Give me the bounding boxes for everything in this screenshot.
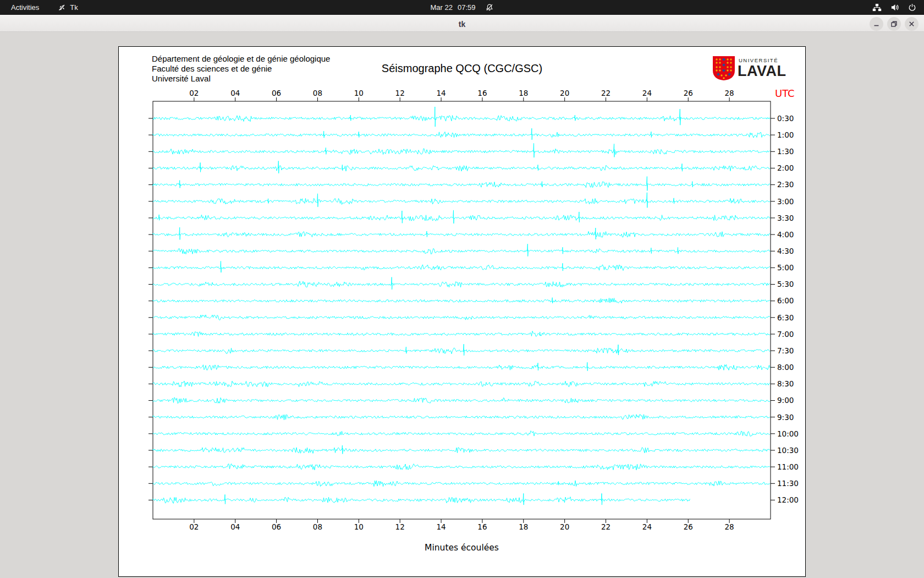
axis-label: 02 [189, 522, 199, 531]
network-wired-icon [872, 3, 882, 12]
trace-time-label: 11:30 [777, 479, 799, 488]
trace-row [153, 261, 770, 272]
axis-label: 08 [313, 89, 322, 97]
trace-time-label: 7:00 [777, 330, 794, 339]
trace-row [153, 397, 770, 403]
axis-label: 16 [477, 522, 487, 531]
trace-time-label: 7:30 [777, 346, 794, 355]
trace-row [153, 464, 770, 470]
trace-time-label: 11:00 [777, 462, 799, 471]
trace-row [153, 193, 770, 208]
trace-row [153, 481, 770, 487]
trace-time-label: 5:30 [777, 280, 794, 288]
axis-label: 16 [477, 89, 487, 97]
trace-time-label: 9:00 [777, 396, 794, 405]
plot-border [153, 101, 771, 519]
axis-label: 14 [436, 89, 446, 97]
trace-time-label: 1:00 [777, 130, 794, 139]
window-title: tk [0, 15, 924, 32]
axis-label: 26 [684, 522, 693, 531]
trace-row [153, 107, 770, 127]
trace-time-label: 6:00 [777, 296, 794, 305]
trace-row [153, 415, 770, 420]
axis-label: 08 [313, 522, 322, 531]
trace-time-label: 3:30 [777, 214, 794, 222]
axis-label: 20 [560, 522, 569, 531]
axis-label: 06 [272, 522, 281, 531]
trace-time-label: 2:00 [777, 163, 794, 172]
axis-label: 28 [725, 522, 734, 531]
trace-row [153, 161, 770, 173]
trace-time-label: 5:00 [777, 263, 794, 272]
trace-row [153, 331, 770, 336]
trace-time-label: 4:30 [777, 247, 794, 255]
axis-label: 28 [725, 89, 734, 97]
activities-button[interactable]: Activities [11, 3, 39, 12]
power-icon [908, 3, 916, 12]
trace-time-label: 4:00 [777, 230, 794, 239]
trace-time-label: 12:00 [777, 495, 799, 504]
trace-time-label: 0:30 [777, 114, 794, 123]
trace-row [153, 431, 770, 437]
notifications-muted-icon [486, 3, 494, 12]
axis-label: 04 [230, 89, 240, 97]
axis-label: 12 [395, 522, 405, 531]
volume-icon [890, 3, 899, 12]
trace-row [153, 143, 770, 157]
axis-label: 24 [642, 522, 652, 531]
axis-label: 22 [601, 522, 610, 531]
axis-label: 22 [601, 89, 610, 97]
x-axis-title: Minutes écoulées [425, 543, 499, 553]
trace-row [153, 362, 770, 370]
axis-label: 24 [642, 89, 652, 97]
clock-menu[interactable]: Mar 22 07:59 [430, 3, 493, 12]
axis-label: 20 [560, 89, 569, 97]
axis-label: 26 [684, 89, 693, 97]
utc-label: UTC [775, 88, 795, 99]
seismograph-canvas[interactable]: Département de géologie et de génie géol… [118, 46, 806, 577]
clock-time: 07:59 [458, 3, 476, 12]
axis-label: 18 [519, 89, 528, 97]
trace-time-label: 6:30 [777, 313, 794, 322]
clock-date: Mar 22 [430, 3, 452, 12]
trace-time-label: 3:00 [777, 197, 794, 206]
axis-label: 12 [395, 89, 405, 97]
trace-time-label: 9:30 [777, 413, 794, 422]
maximize-button[interactable] [887, 17, 901, 31]
close-button[interactable] [905, 17, 919, 31]
axis-label: 04 [230, 522, 240, 531]
trace-row [153, 210, 770, 223]
trace-row [153, 344, 770, 356]
axis-label: 10 [354, 522, 364, 531]
trace-row [153, 493, 690, 505]
axis-label: 18 [519, 522, 528, 531]
trace-time-label: 10:00 [777, 429, 799, 438]
trace-row [153, 381, 770, 387]
trace-row [153, 177, 770, 191]
trace-time-label: 8:30 [777, 379, 794, 388]
axis-label: 14 [436, 522, 446, 531]
gnome-topbar: Activities Tk Mar 22 07:59 [0, 0, 924, 15]
trace-time-label: 8:00 [777, 363, 794, 372]
axis-label: 06 [272, 89, 281, 97]
axis-label: 10 [354, 89, 364, 97]
trace-row [153, 315, 770, 320]
minimize-button[interactable] [870, 17, 883, 31]
system-status-area[interactable] [872, 3, 916, 12]
trace-row [153, 277, 770, 290]
axis-label: 02 [189, 89, 199, 97]
trace-row [153, 128, 770, 140]
trace-time-label: 10:30 [777, 446, 799, 455]
trace-row [153, 244, 770, 256]
trace-time-label: 2:30 [777, 180, 794, 189]
window-titlebar[interactable]: tk [0, 15, 924, 32]
trace-row [153, 298, 770, 303]
trace-row [153, 445, 770, 454]
trace-time-label: 1:30 [777, 147, 794, 156]
trace-row [153, 227, 770, 239]
seismograph-plot: 0202040406060808101012121414161618182020… [119, 47, 806, 577]
tk-icon [58, 3, 66, 12]
app-menu-label: Tk [70, 3, 78, 12]
window-content: Département de géologie et de génie géol… [0, 32, 924, 578]
app-menu-button[interactable]: Tk [58, 3, 78, 12]
